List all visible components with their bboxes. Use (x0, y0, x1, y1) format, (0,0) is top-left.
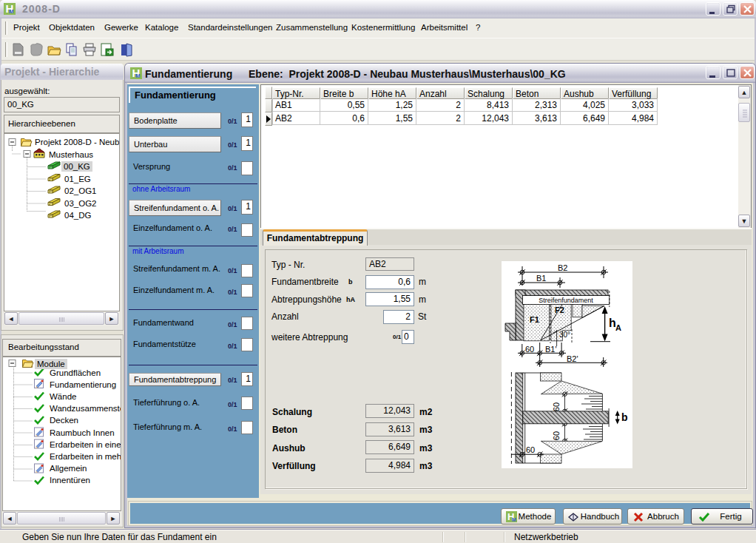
svg-text:Streifenfundament: Streifenfundament (539, 297, 593, 304)
svg-text:F2: F2 (555, 306, 564, 314)
svg-text:60: 60 (525, 345, 534, 354)
svg-text:B2: B2 (558, 263, 567, 272)
svg-text:60: 60 (552, 402, 561, 411)
svg-text:M: M (512, 517, 516, 522)
svg-text:30°: 30° (559, 331, 570, 339)
svg-text:60: 60 (552, 431, 561, 440)
svg-text:B1': B1' (545, 345, 557, 354)
svg-text:F1: F1 (530, 315, 539, 324)
svg-text:60: 60 (526, 445, 535, 454)
svg-text:b: b (621, 411, 628, 423)
svg-text:B2': B2' (567, 354, 578, 363)
svg-text:A: A (615, 323, 621, 332)
svg-text:B1: B1 (536, 274, 546, 283)
